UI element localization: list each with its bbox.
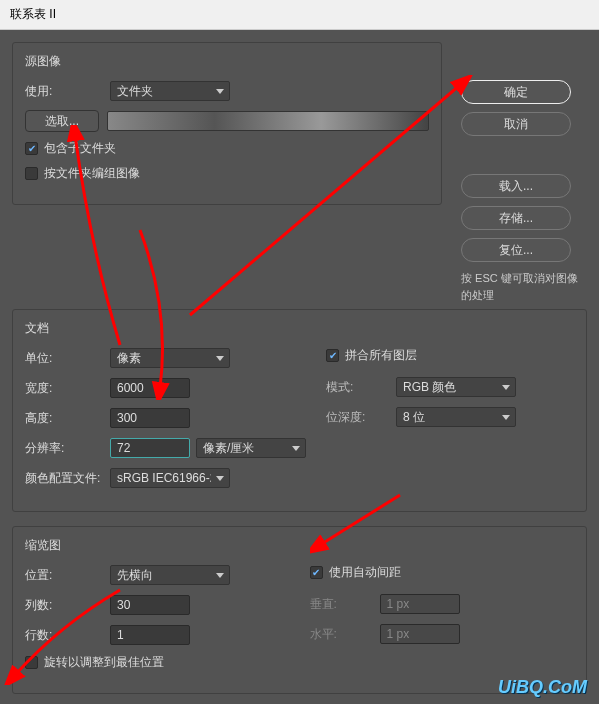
- auto-spacing-label: 使用自动间距: [329, 564, 401, 581]
- rows-input[interactable]: [110, 625, 190, 645]
- cancel-button[interactable]: 取消: [461, 112, 571, 136]
- unit-select[interactable]: 像素: [110, 348, 230, 368]
- reset-button[interactable]: 复位...: [461, 238, 571, 262]
- side-buttons: 确定 取消 载入... 存储... 复位... 按 ESC 键可取消对图像的处理: [461, 80, 581, 303]
- rotate-label: 旋转以调整到最佳位置: [44, 654, 164, 671]
- titlebar: 联系表 II: [0, 0, 599, 30]
- include-subfolders-label: 包含子文件夹: [44, 140, 116, 157]
- auto-spacing-checkbox[interactable]: [310, 566, 323, 579]
- ok-button[interactable]: 确定: [461, 80, 571, 104]
- vert-input: [380, 594, 460, 614]
- source-title: 源图像: [25, 53, 429, 70]
- dialog-window: 联系表 II 源图像 使用: 文件夹 选取... 包含子文件夹: [0, 0, 599, 704]
- thumb-title: 缩览图: [25, 537, 574, 554]
- use-select[interactable]: 文件夹: [110, 81, 230, 101]
- group-by-folder-label: 按文件夹编组图像: [44, 165, 140, 182]
- mode-label: 模式:: [326, 379, 396, 396]
- horiz-label: 水平:: [310, 626, 380, 643]
- load-button[interactable]: 载入...: [461, 174, 571, 198]
- doc-title: 文档: [25, 320, 574, 337]
- group-by-folder-checkbox[interactable]: [25, 167, 38, 180]
- bitdepth-select[interactable]: 8 位: [396, 407, 516, 427]
- profile-select[interactable]: sRGB IEC61966-2.1: [110, 468, 230, 488]
- choose-button[interactable]: 选取...: [25, 110, 99, 132]
- rows-label: 行数:: [25, 627, 110, 644]
- width-label: 宽度:: [25, 380, 110, 397]
- cols-label: 列数:: [25, 597, 110, 614]
- res-label: 分辨率:: [25, 440, 110, 457]
- bitdepth-label: 位深度:: [326, 409, 396, 426]
- vert-label: 垂直:: [310, 596, 380, 613]
- path-display: [107, 111, 429, 131]
- use-label: 使用:: [25, 83, 110, 100]
- resolution-unit-select[interactable]: 像素/厘米: [196, 438, 306, 458]
- place-select[interactable]: 先横向: [110, 565, 230, 585]
- save-button[interactable]: 存储...: [461, 206, 571, 230]
- horiz-input: [380, 624, 460, 644]
- include-subfolders-checkbox[interactable]: [25, 142, 38, 155]
- place-label: 位置:: [25, 567, 110, 584]
- cols-input[interactable]: [110, 595, 190, 615]
- height-input[interactable]: [110, 408, 190, 428]
- flatten-label: 拼合所有图层: [345, 347, 417, 364]
- rotate-checkbox[interactable]: [25, 656, 38, 669]
- source-image-panel: 源图像 使用: 文件夹 选取... 包含子文件夹 按文件夹编组图像: [12, 42, 442, 205]
- document-panel: 文档 单位: 像素 宽度: 高度: 分辨率: [12, 309, 587, 512]
- unit-label: 单位:: [25, 350, 110, 367]
- watermark: UiBQ.CoM: [498, 677, 587, 698]
- esc-hint: 按 ESC 键可取消对图像的处理: [461, 270, 581, 303]
- height-label: 高度:: [25, 410, 110, 427]
- width-input[interactable]: [110, 378, 190, 398]
- mode-select[interactable]: RGB 颜色: [396, 377, 516, 397]
- window-title: 联系表 II: [10, 7, 56, 21]
- flatten-checkbox[interactable]: [326, 349, 339, 362]
- profile-label: 颜色配置文件:: [25, 470, 110, 487]
- dialog-content: 源图像 使用: 文件夹 选取... 包含子文件夹 按文件夹编组图像: [0, 30, 599, 704]
- thumbnail-panel: 缩览图 位置: 先横向 列数: 行数:: [12, 526, 587, 694]
- resolution-input[interactable]: [110, 438, 190, 458]
